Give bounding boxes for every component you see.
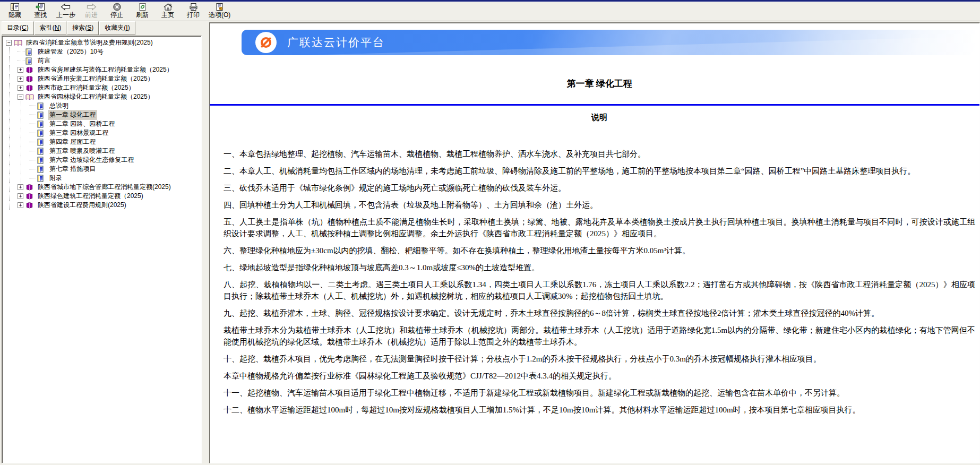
divider-rule xyxy=(210,104,979,106)
forward-button-label: 前进 xyxy=(85,12,98,19)
locate-button[interactable]: 查找 xyxy=(29,1,52,20)
contents-tree[interactable]: − 陕西省消耗量定额章节说明及费用规则(2025) 陕建管发（2025）10号 … xyxy=(2,36,202,463)
document-icon xyxy=(25,48,34,56)
refresh-button[interactable]: 刷新 xyxy=(131,1,154,20)
stop-icon xyxy=(113,2,122,11)
tree-item[interactable]: 第二章 园路、园桥工程 xyxy=(3,119,200,128)
toolbar: 隐藏 查找 上一步 前进 停止 刷新 主页 打印 选项(O) xyxy=(0,2,980,21)
tree-item[interactable]: 第六章 边坡绿化生态修复工程 xyxy=(3,156,200,165)
refresh-icon xyxy=(138,2,147,11)
print-button-label: 打印 xyxy=(187,12,200,19)
tree-item[interactable]: 第七章 措施项目 xyxy=(3,165,200,174)
doc-paragraph: 二、本章人工、机械消耗量均包括工作区域内的场地清理，未考虑施工前垃圾、障碍物清除… xyxy=(223,165,975,177)
collapse-toggle-icon[interactable]: − xyxy=(6,40,12,46)
tab-index[interactable]: 索引(N) xyxy=(35,21,67,35)
options-button[interactable]: 选项(O) xyxy=(207,1,232,20)
stop-button[interactable]: 停止 xyxy=(105,1,128,20)
print-button[interactable]: 打印 xyxy=(182,1,205,20)
tab-search[interactable]: 搜索(S) xyxy=(67,21,99,35)
doc-paragraph: 八、起挖、栽植植物均以一、二类土考虑。遇三类土项目人工乘以系数1.34，四类土项… xyxy=(223,279,975,302)
workspace: 目录(C) 索引(N) 搜索(S) 收藏夹(I) − 陕西省消耗量定额章节说明及… xyxy=(0,21,980,465)
hide-button[interactable]: 隐藏 xyxy=(3,1,27,20)
home-icon xyxy=(163,2,173,11)
tree-item[interactable]: + 陕西省通用安装工程消耗量定额（2025） xyxy=(3,74,200,83)
tree-item-current-topic[interactable]: 第一章 绿化工程 xyxy=(3,110,200,119)
chapter-title: 第一章 绿化工程 xyxy=(223,78,975,90)
glodon-banner: 广联达云计价平台 xyxy=(242,30,975,55)
print-icon xyxy=(188,2,199,11)
tree-item[interactable]: + 陕西市政工程消耗量定额（2025） xyxy=(3,83,200,92)
document-icon xyxy=(37,130,46,137)
closed-book-icon xyxy=(25,202,34,209)
home-button[interactable]: 主页 xyxy=(156,1,179,20)
doc-paragraph: 七、绿地起坡造型是指绿化种植地坡顶与坡底高差0.3～1.0m或坡度≤30%的土坡… xyxy=(223,262,975,273)
tree-item[interactable]: + 陕西省建设工程费用规则(2025) xyxy=(3,201,200,210)
doc-paragraph: 五、人工换土是指单株（坑）植物种植点土质不能满足植物生长时，采取种植土换填；绿篱… xyxy=(223,216,975,239)
banner-title: 广联达云计价平台 xyxy=(287,35,385,50)
document-icon xyxy=(37,102,46,110)
doc-paragraph: 本章中植物规格允许偏差按行业标准《园林绿化工程施工及验收规范》CJJ/T82—2… xyxy=(223,370,975,382)
expand-toggle-icon[interactable]: + xyxy=(18,67,23,73)
tab-contents[interactable]: 目录(C) xyxy=(2,21,34,35)
doc-paragraph: 九、起挖、栽植乔灌木，土球、胸径、冠径规格按设计要求确定。设计无规定时，乔木土球… xyxy=(223,307,975,319)
locate-button-label: 查找 xyxy=(34,12,47,19)
tree-item[interactable]: 第四章 屋面工程 xyxy=(3,137,200,147)
tree-item[interactable]: 第三章 园林景观工程 xyxy=(3,128,200,137)
tree-item[interactable]: 第五章 喷泉及喷灌工程 xyxy=(3,147,200,156)
tree-item[interactable]: 总说明 xyxy=(3,101,200,110)
home-button-label: 主页 xyxy=(161,12,174,19)
glodon-logo-icon xyxy=(255,32,277,53)
open-book-icon xyxy=(25,93,34,101)
hide-icon xyxy=(10,2,20,11)
tree-item[interactable]: + 陕西绿色建筑工程消耗量定额（2025) xyxy=(3,192,200,201)
closed-book-icon xyxy=(25,184,34,191)
doc-paragraph: 四、回填种植土分为人工和机械回填，不包含清表（垃圾及地上附着物等）、土方回填和余… xyxy=(223,199,975,211)
tree-item-expanded-book[interactable]: − 陕西省园林绿化工程消耗量定额（2025） xyxy=(3,92,200,101)
nav-tab-bar: 目录(C) 索引(N) 搜索(S) 收藏夹(I) xyxy=(2,22,202,36)
topic-content-pane[interactable]: 广联达云计价平台 第一章 绿化工程 说明 一、本章包括绿地整理、起挖植物、汽车运… xyxy=(209,22,980,463)
section-title: 说明 xyxy=(223,113,975,123)
document-icon xyxy=(37,148,46,155)
navigation-panel: 目录(C) 索引(N) 搜索(S) 收藏夹(I) − 陕西省消耗量定额章节说明及… xyxy=(0,21,202,465)
closed-book-icon xyxy=(25,84,34,92)
tree-item[interactable]: 前言 xyxy=(3,56,200,65)
options-icon xyxy=(214,2,225,11)
expand-toggle-icon[interactable]: + xyxy=(18,76,23,82)
forward-arrow-icon xyxy=(85,2,97,11)
expand-toggle-icon[interactable]: + xyxy=(18,193,23,199)
doc-paragraph: 十二、植物水平运输运距超过100m时，每超过10m按对应规格栽植项目人工增加1.… xyxy=(223,404,975,416)
document-icon xyxy=(37,120,46,128)
topic-text: 一、本章包括绿地整理、起挖植物、汽车运输苗木、栽植植物、栽植工程植物养护、洒水车… xyxy=(223,148,975,416)
doc-paragraph: 六、整理绿化种植地应为±30cm以内的挖填、翻松、耙细整平等。如不存在换填种植土… xyxy=(223,245,975,256)
back-arrow-icon xyxy=(60,2,72,11)
collapse-toggle-icon[interactable]: − xyxy=(18,94,23,100)
back-button[interactable]: 上一步 xyxy=(54,1,78,20)
doc-paragraph: 栽植带土球乔木分为栽植带土球乔木（人工挖坑）和栽植带土球乔木（机械挖坑）两部分。… xyxy=(223,324,975,348)
tab-favorites[interactable]: 收藏夹(I) xyxy=(99,21,135,35)
closed-book-icon xyxy=(25,66,34,74)
doc-paragraph: 十一、起挖植物、汽车运输苗木项目适用于绿化工程中植物迁移，不适用于新建绿化工程或… xyxy=(223,387,975,399)
expand-toggle-icon[interactable]: + xyxy=(18,184,23,190)
back-button-label: 上一步 xyxy=(56,12,75,19)
document-icon xyxy=(25,57,34,65)
document-icon xyxy=(37,139,46,146)
tree-item[interactable]: 陕建管发（2025）10号 xyxy=(3,47,200,56)
tree-item[interactable]: + 陕西省房屋建筑与装饰工程消耗量定额（2025） xyxy=(3,65,200,74)
tree-item[interactable]: + 陕西省城市地下综合管廊工程消耗量定额(2025) xyxy=(3,183,200,192)
locate-icon xyxy=(35,2,46,11)
closed-book-icon xyxy=(25,75,34,83)
tree-item[interactable]: 附录 xyxy=(3,174,200,183)
doc-paragraph: 三、砍伐乔木适用于《城市绿化条例》规定的施工场地内死亡或濒临死亡植物的砍伐及装车… xyxy=(223,182,975,194)
expand-toggle-icon[interactable]: + xyxy=(18,202,23,208)
expand-toggle-icon[interactable]: + xyxy=(18,85,23,91)
tree-item-root[interactable]: − 陕西省消耗量定额章节说明及费用规则(2025) xyxy=(3,38,200,47)
open-book-icon xyxy=(14,39,22,47)
tree-item-label[interactable]: 陕西省建设工程费用规则(2025) xyxy=(36,200,128,210)
stop-button-label: 停止 xyxy=(110,12,123,19)
document-icon xyxy=(37,166,46,173)
pane-splitter[interactable] xyxy=(202,21,209,465)
forward-button: 前进 xyxy=(80,1,103,20)
options-button-label: 选项(O) xyxy=(209,12,230,19)
closed-book-icon xyxy=(25,193,34,200)
hide-button-label: 隐藏 xyxy=(8,12,21,19)
